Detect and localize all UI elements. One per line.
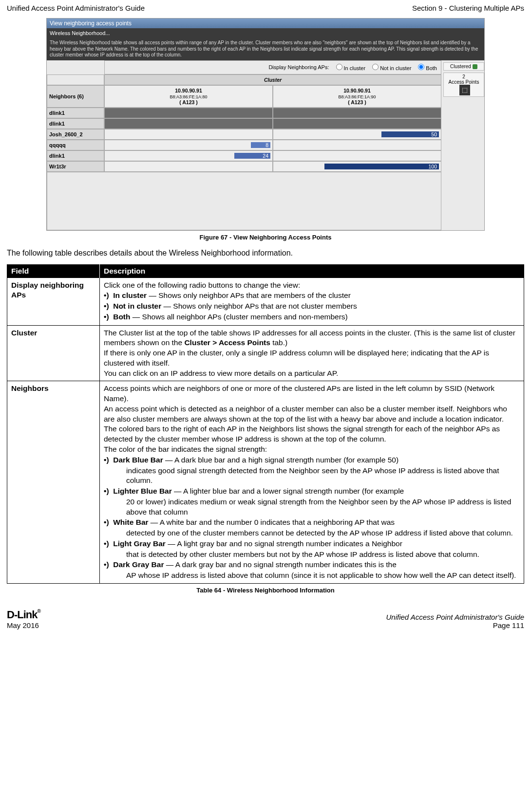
panel-subtitle: Wireless Neighborhood... [47, 28, 484, 38]
neighbor-row: Josh_2600_2 [47, 129, 104, 140]
table-caption: Table 64 - Wireless Neighborhood Informa… [7, 587, 524, 594]
header-right: Section 9 - Clustering Multiple APs [412, 4, 524, 12]
page-header: Unified Access Point Administrator's Gui… [7, 0, 524, 15]
field-display-aps: Display neighboring APs [7, 277, 100, 325]
neighbor-row: dlink1 [47, 150, 104, 161]
field-cluster: Cluster [7, 325, 100, 381]
intro-text: The following table describes details ab… [7, 249, 524, 258]
header-left: Unified Access Point Administrator's Gui… [7, 4, 145, 12]
neighbor-row: dlink1 [47, 118, 104, 129]
footer-page: Page 111 [386, 621, 524, 629]
th-field: Field [7, 264, 100, 277]
window-title: View neighboring access points [47, 18, 484, 28]
cluster-header: Cluster [104, 74, 441, 85]
footer-date: May 2016 [7, 621, 40, 629]
clustered-badge: Clustered [443, 62, 484, 71]
cluster-icon: ⬚ [459, 85, 470, 95]
neighbor-row: dlink1 [47, 108, 104, 118]
radio-in-cluster[interactable]: In cluster [336, 64, 366, 71]
desc-neighbors: Access points which are neighbors of one… [100, 381, 524, 584]
cluster-col-1[interactable]: 10.90.90.91B8:A3:86:FE:1A:80( A123 ) [104, 85, 273, 108]
embedded-screenshot: View neighboring access points Wireless … [46, 18, 485, 231]
desc-cluster: The Cluster list at the top of the table… [100, 325, 524, 381]
th-description: Description [100, 264, 524, 277]
desc-display-aps: Click one of the following radio buttons… [100, 277, 524, 325]
field-neighbors: Neighbors [7, 381, 100, 584]
neighbors-count: Neighbors (6) [47, 85, 104, 108]
dlink-logo: D-Link® [7, 609, 40, 621]
figure-caption: Figure 67 - View Neighboring Access Poin… [7, 234, 524, 241]
panel-description: The Wireless Neighborhood table shows al… [47, 38, 484, 60]
radio-not-in-cluster[interactable]: Not in cluster [372, 64, 411, 71]
neighbor-row: Wr1t3r [47, 161, 104, 172]
neighbor-row: qqqqq [47, 140, 104, 150]
radio-both[interactable]: Both [418, 64, 437, 71]
display-controls: Display Neighboring APs: In cluster Not … [104, 60, 441, 74]
ap-count-badge[interactable]: 2Access Points ⬚ [443, 73, 484, 97]
footer-title: Unified Access Point Administrator's Gui… [386, 613, 524, 621]
cluster-col-2[interactable]: 10.90.90.91B8:A3:86:FE:1A:90( A123 ) [273, 85, 441, 108]
status-dot-icon [473, 64, 477, 69]
controls-label: Display Neighboring APs: [268, 64, 329, 70]
info-table: Field Description Display neighboring AP… [7, 264, 524, 584]
page-footer: D-Link® May 2016 Unified Access Point Ad… [7, 606, 524, 635]
